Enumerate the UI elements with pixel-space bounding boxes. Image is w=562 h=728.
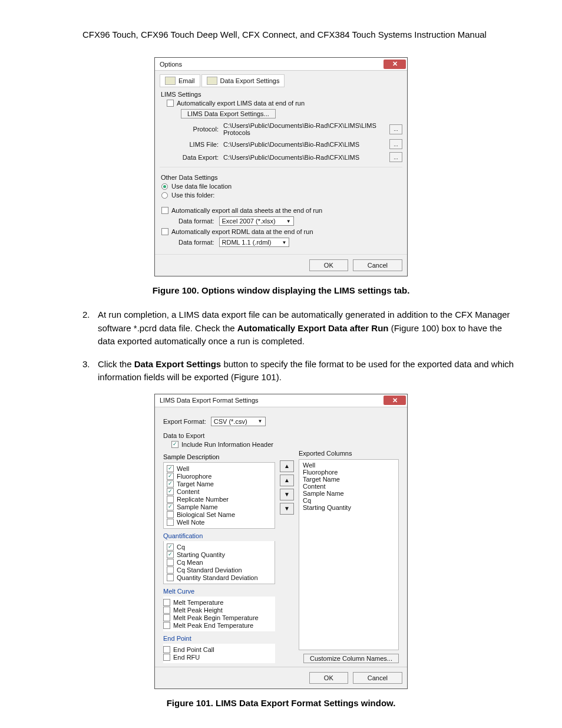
radio-icon[interactable] [161,192,168,199]
checkbox-icon[interactable] [163,607,170,614]
rdml-format-dropdown[interactable]: RDML 1.1 (.rdml) ▼ [219,238,290,247]
tab-data-export[interactable]: Data Export Settings [201,74,285,87]
checkbox-item[interactable]: ✓Target Name [167,480,272,487]
checkbox-icon[interactable] [163,622,170,629]
ok-button[interactable]: OK [309,672,348,684]
export-icon [207,77,217,85]
auto-export-lims-row[interactable]: Automatically export LIMS data at end of… [167,100,402,107]
checkbox-item[interactable]: ✓Fluorophore [167,473,272,480]
checkbox-item[interactable]: Melt Peak End Temperature [163,622,272,629]
checkbox-icon[interactable]: ✓ [171,441,178,448]
checkbox-icon[interactable]: ✓ [167,503,174,510]
browse-button[interactable]: ... [389,139,402,149]
quant-items-box: ✓Cq✓Starting QuantityCq MeanCq Standard … [163,541,275,584]
use-location-row[interactable]: Use data file location [161,183,402,190]
dataexport-row: Data Export: C:\Users\Public\Documents\B… [181,152,402,162]
checkbox-item[interactable]: End RFU [163,654,272,661]
exported-column-item[interactable]: Cq [303,497,395,504]
tab-email[interactable]: Email [160,74,200,87]
checkbox-item[interactable]: Cq Standard Deviation [167,566,272,574]
checkbox-icon[interactable]: ✓ [167,543,174,551]
checkbox-icon[interactable] [167,574,174,581]
field-label: Data format: [178,239,214,246]
sample-desc-title: Sample Description [163,453,275,460]
checkbox-item[interactable]: Well Note [167,519,272,526]
browse-button[interactable]: ... [389,124,402,134]
exported-column-item[interactable]: Content [303,483,395,490]
checkbox-icon[interactable]: ✓ [167,473,174,480]
exported-column-item[interactable]: Target Name [303,476,395,483]
checkbox-item[interactable]: Melt Peak Height [163,607,272,614]
move-bottom-button[interactable]: ▼ [280,503,294,515]
field-label: Protocol: [181,126,219,133]
checkbox-item[interactable]: ✓Sample Name [167,503,272,510]
checkbox-icon[interactable]: ✓ [167,488,174,495]
sample-items-box: ✓Well✓Fluorophore✓Target Name✓ContentRep… [163,462,275,529]
checkbox-icon[interactable] [167,100,174,107]
cancel-button[interactable]: Cancel [353,672,402,684]
checkbox-label: Target Name [177,480,214,487]
checkbox-item[interactable]: Quantity Standard Deviation [167,574,272,581]
move-down-button[interactable]: ▼ [280,489,294,500]
ok-button[interactable]: OK [309,259,348,271]
checkbox-icon[interactable]: ✓ [167,465,174,472]
export-format-dropdown[interactable]: CSV (*.csv) ▼ [211,417,266,426]
tab-label: Data Export Settings [220,77,280,84]
reorder-controls: ▲ ▲ ▼ ▼ [280,460,294,663]
checkbox-icon[interactable] [163,646,170,653]
checkbox-item[interactable]: ✓Starting Quantity [167,551,272,558]
lims-export-dialog: LIMS Data Export Format Settings ✕ Expor… [154,394,408,689]
checkbox-icon[interactable] [167,519,174,526]
field-label: LIMS File: [181,141,219,148]
field-label: Data format: [178,218,214,225]
figure-caption-100: Figure 100. Options window displaying th… [47,285,515,295]
checkbox-icon[interactable] [167,559,174,566]
lims-settings-button[interactable]: LIMS Data Export Settings... [181,109,276,118]
move-up-button[interactable]: ▲ [280,475,294,486]
auto-rdml-row[interactable]: Automatically export RDML data at the en… [161,228,402,235]
exported-column-item[interactable]: Sample Name [303,490,395,497]
checkbox-item[interactable]: Melt Temperature [163,599,272,606]
auto-all-row[interactable]: Automatically export all data sheets at … [161,207,402,214]
checkbox-icon[interactable] [163,654,170,661]
move-top-button[interactable]: ▲ [280,460,294,472]
checkbox-icon[interactable] [163,614,170,621]
checkbox-icon[interactable] [167,566,174,574]
include-header-row[interactable]: ✓ Include Run Information Header [171,441,399,448]
checkbox-item[interactable]: Replicate Number [167,496,272,503]
checkbox-item[interactable]: ✓Well [167,465,272,472]
customize-button[interactable]: Customize Column Names... [303,654,399,663]
radio-label: Use this folder: [171,192,214,199]
cancel-button[interactable]: Cancel [353,259,402,271]
use-folder-row[interactable]: Use this folder: [161,192,402,199]
browse-button[interactable]: ... [389,152,402,162]
page-header: CFX96 Touch, CFX96 Touch Deep Well, CFX … [82,29,515,39]
checkbox-icon[interactable] [161,228,168,235]
checkbox-label: End RFU [173,654,200,661]
exported-column-item[interactable]: Starting Quantity [303,504,395,511]
checkbox-item[interactable]: ✓Cq [167,543,272,551]
checkbox-label: Cq [177,543,185,551]
checkbox-icon[interactable] [161,207,168,214]
close-icon[interactable]: ✕ [384,396,406,405]
checkbox-label: Sample Name [177,503,218,510]
checkbox-item[interactable]: Melt Peak Begin Temperature [163,614,272,621]
exported-column-item[interactable]: Fluorophore [303,469,395,476]
checkbox-item[interactable]: End Point Call [163,646,272,653]
close-icon[interactable]: ✕ [384,60,406,69]
checkbox-label: Quantity Standard Deviation [177,574,258,581]
checkbox-icon[interactable] [167,496,174,503]
checkbox-label: Starting Quantity [177,551,225,558]
endpoint-items-box: End Point CallEnd RFU [163,644,275,663]
checkbox-icon[interactable] [163,599,170,606]
dialog-footer: OK Cancel [155,667,407,689]
checkbox-icon[interactable]: ✓ [167,551,174,558]
exported-column-item[interactable]: Well [303,462,395,469]
checkbox-item[interactable]: ✓Content [167,488,272,495]
checkbox-icon[interactable]: ✓ [167,480,174,487]
checkbox-item[interactable]: Biological Set Name [167,511,272,518]
checkbox-item[interactable]: Cq Mean [167,559,272,566]
data-format-dropdown[interactable]: Excel 2007 (*.xlsx) ▼ [219,216,294,226]
checkbox-icon[interactable] [167,511,174,518]
radio-icon[interactable] [161,183,168,190]
